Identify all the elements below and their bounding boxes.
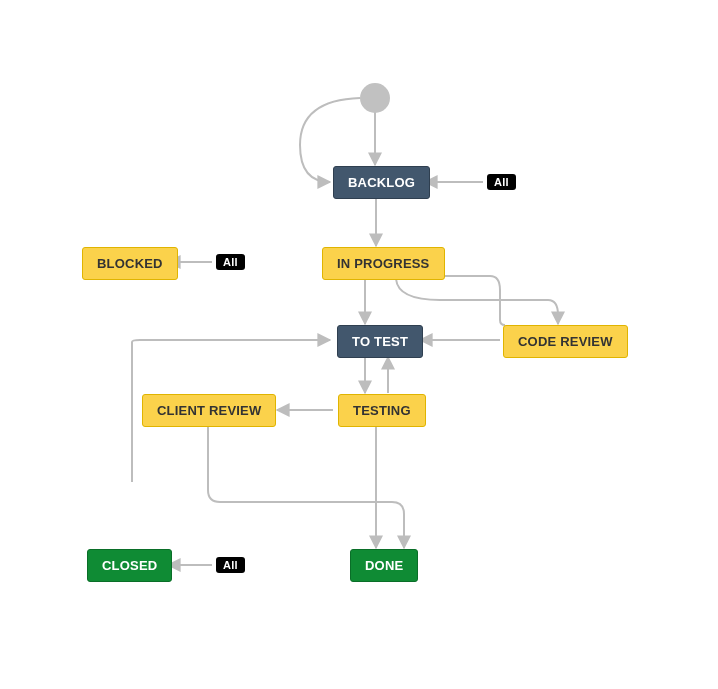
all-pill-backlog[interactable]: All [487,174,516,190]
state-client-review[interactable]: CLIENT REVIEW [142,394,276,427]
state-closed[interactable]: CLOSED [87,549,172,582]
state-code-review[interactable]: CODE REVIEW [503,325,628,358]
state-testing[interactable]: TESTING [338,394,426,427]
state-blocked[interactable]: BLOCKED [82,247,178,280]
all-pill-blocked[interactable]: All [216,254,245,270]
state-to-test[interactable]: TO TEST [337,325,423,358]
all-pill-closed[interactable]: All [216,557,245,573]
state-backlog[interactable]: BACKLOG [333,166,430,199]
state-in-progress[interactable]: IN PROGRESS [322,247,445,280]
start-node [360,83,390,113]
workflow-diagram: { "nodes": { "backlog": { "label": "BACK… [0,0,718,689]
state-done[interactable]: DONE [350,549,418,582]
